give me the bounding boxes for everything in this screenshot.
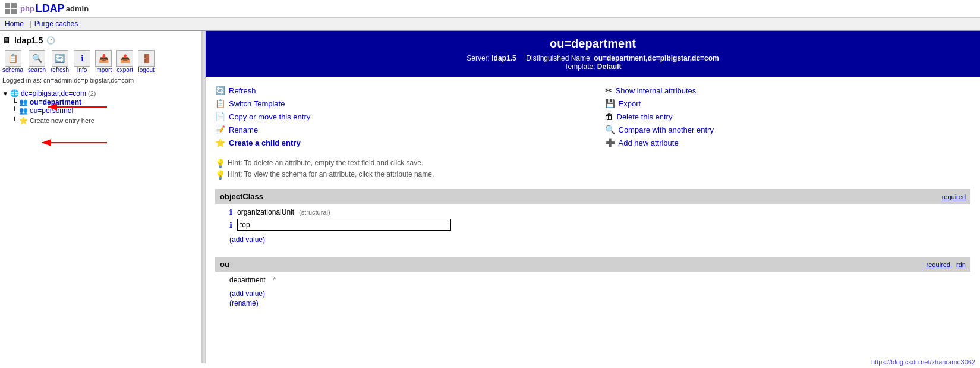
export-icon: 📤 — [116, 50, 133, 67]
content-body: 🔄 Refresh 📋 Switch Template 📄 Copy or mo… — [206, 77, 980, 328]
refresh-label: refresh — [51, 67, 69, 73]
import-label: import — [95, 67, 112, 73]
tree-root-label[interactable]: dc=pibigstar,dc=com — [21, 89, 86, 97]
toolbar-info[interactable]: ℹ info — [74, 50, 90, 73]
refresh-action-icon: 🔄 — [215, 86, 225, 95]
attr-ou-required-link[interactable]: required — [927, 261, 950, 268]
toolbar-logout[interactable]: 🚪 logout — [138, 50, 155, 73]
compare-label[interactable]: Compare with another entry — [619, 125, 714, 134]
attr-ou-body: department * (add value) (rename) — [215, 272, 970, 311]
template-value: Default — [597, 62, 622, 71]
toolbar-import[interactable]: 📥 import — [95, 50, 112, 73]
refresh-action-label[interactable]: Refresh — [229, 86, 256, 95]
hint-icon-1: 💡 — [215, 159, 225, 168]
hints-section: 💡 Hint: To delete an attribute, empty th… — [215, 159, 970, 180]
info-icon-2[interactable]: ℹ — [229, 221, 232, 229]
copy-move-label[interactable]: Copy or move this entry — [229, 112, 310, 121]
toolbar-schema[interactable]: 📋 schema — [2, 50, 23, 73]
actions-right: ✂ Show internal attributes 💾 Export 🗑 De… — [605, 84, 971, 149]
hint-icon-2: 💡 — [215, 170, 225, 180]
tree-item-create[interactable]: └ ⭐ Create new entry here — [12, 117, 199, 125]
search-label: search — [28, 67, 46, 73]
show-internal-icon: ✂ — [605, 86, 612, 95]
action-delete[interactable]: 🗑 Delete this entry — [605, 110, 971, 123]
export-label: export — [116, 67, 133, 73]
tree-expand-icon[interactable]: ▼ — [2, 90, 8, 97]
template-label-text: Template: — [564, 62, 595, 71]
switch-template-icon: 📋 — [215, 99, 225, 108]
tree-dash-icon: └ — [12, 98, 19, 106]
switch-template-label[interactable]: Switch Template — [229, 99, 285, 108]
info-icon-1[interactable]: ℹ — [229, 207, 232, 216]
attr-ou-links: required, rdn — [924, 261, 966, 268]
action-copy-move[interactable]: 📄 Copy or move this entry — [215, 110, 581, 123]
action-add-attr[interactable]: ➕ Add new attribute — [605, 136, 971, 149]
server-label-text: Server: — [467, 54, 490, 62]
nav-purge-caches[interactable]: Purge caches — [34, 20, 78, 28]
tree-dash-icon3: └ — [12, 117, 19, 125]
attributes-section: objectClass required ℹ organizationalUni… — [215, 189, 970, 311]
content-header: ou=department Server: ldap1.5 Distinguis… — [206, 31, 980, 77]
schema-icon: 📋 — [5, 50, 21, 67]
content-title: ou=department — [212, 37, 974, 51]
dn-label-text: Distinguished Name: — [526, 54, 592, 62]
tree-dash-icon2: └ — [12, 106, 19, 115]
action-rename[interactable]: 📝 Rename — [215, 123, 581, 136]
logout-label: logout — [138, 67, 155, 73]
group-icon-dept: 👥 — [19, 98, 28, 106]
action-switch-template[interactable]: 📋 Switch Template — [215, 97, 581, 110]
tree-root-count: (2) — [88, 90, 96, 97]
actions-left: 🔄 Refresh 📋 Switch Template 📄 Copy or mo… — [215, 84, 581, 149]
server-icon: 🖥 — [2, 36, 11, 45]
attr-objectclass-required-link[interactable]: required — [942, 193, 966, 200]
rename-label[interactable]: Rename — [229, 125, 258, 134]
action-refresh[interactable]: 🔄 Refresh — [215, 84, 581, 97]
tree-root[interactable]: ▼ 🌐 dc=pibigstar,dc=com (2) — [2, 89, 199, 98]
attr-objectclass-name: objectClass — [220, 192, 263, 201]
action-show-internal[interactable]: ✂ Show internal attributes — [605, 84, 971, 97]
tree-pers-label[interactable]: ou=personnel — [30, 106, 73, 115]
attr-ou-star: * — [273, 275, 276, 285]
action-compare[interactable]: 🔍 Compare with another entry — [605, 123, 971, 136]
attr-objectclass-header: objectClass required — [215, 189, 970, 204]
create-new-label[interactable]: Create new entry here — [30, 117, 94, 124]
attr-objectclass-add-value[interactable]: (add value) — [229, 235, 265, 244]
attr-ou-rdn-link[interactable]: rdn — [956, 261, 966, 268]
watermark: https://blog.csdn.net/zhanramo3062 — [871, 358, 975, 363]
nav-separator: | — [29, 20, 31, 28]
import-icon: 📥 — [95, 50, 112, 67]
action-export[interactable]: 💾 Export — [605, 97, 971, 110]
export-label[interactable]: Export — [619, 99, 641, 108]
attr-top-input[interactable] — [237, 219, 451, 231]
server-value: ldap1.5 — [491, 54, 516, 62]
hint-text-2: Hint: To view the schema for an attribut… — [228, 170, 434, 178]
tree-item-personnel[interactable]: └ 👥 ou=personnel — [12, 106, 199, 115]
show-internal-label[interactable]: Show internal attributes — [616, 86, 697, 95]
sidebar-toolbar: 📋 schema 🔍 search 🔄 refresh ℹ info 📥 imp… — [2, 50, 199, 73]
schema-label: schema — [2, 67, 23, 73]
add-attr-label[interactable]: Add new attribute — [619, 139, 679, 147]
attr-objectclass-links: required — [940, 193, 966, 200]
create-child-label[interactable]: Create a child entry — [229, 139, 301, 147]
toolbar-export[interactable]: 📤 export — [116, 50, 133, 73]
nav-home[interactable]: Home — [5, 20, 24, 28]
attr-objectclass: objectClass required ℹ organizationalUni… — [215, 189, 970, 247]
globe-icon: 🌐 — [10, 89, 19, 97]
delete-label[interactable]: Delete this entry — [617, 112, 673, 121]
info-label: info — [77, 67, 87, 73]
toolbar-refresh[interactable]: 🔄 refresh — [51, 50, 69, 73]
action-create-child[interactable]: ⭐ Create a child entry — [215, 136, 581, 149]
toolbar-search[interactable]: 🔍 search — [28, 50, 46, 73]
tree-item-department[interactable]: └ 👥 ou=department — [12, 98, 199, 106]
tree-dept-label[interactable]: ou=department — [30, 98, 81, 106]
server-label: ldap1.5 — [14, 36, 43, 45]
attr-ou-add-value[interactable]: (add value) — [229, 290, 265, 298]
nav-bar: Home | Purge caches — [0, 18, 980, 31]
attr-ou-rename[interactable]: (rename) — [229, 299, 966, 307]
app-logo: php LDAP admin — [0, 0, 980, 18]
attr-ou-name: ou — [220, 260, 229, 269]
hint-text-1: Hint: To delete an attribute, empty the … — [228, 159, 423, 167]
actions-grid: 🔄 Refresh 📋 Switch Template 📄 Copy or mo… — [215, 84, 970, 149]
star-icon: ⭐ — [19, 117, 28, 125]
attr-ou-dept-value: department — [229, 276, 266, 284]
